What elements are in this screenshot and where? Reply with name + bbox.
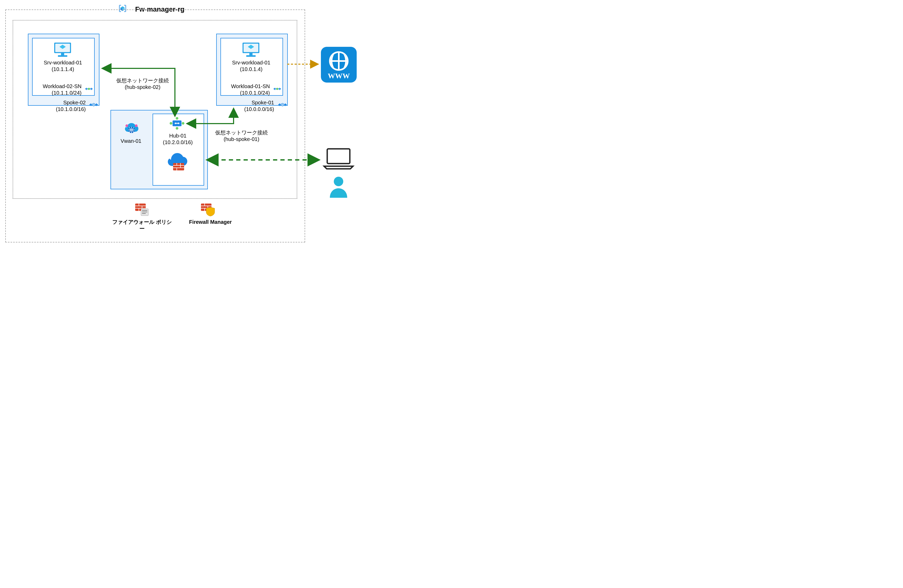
svg-rect-18 [249,53,253,55]
vm-label-spoke-01: Srv-workload-01(10.0.1.4) [220,60,282,72]
svg-marker-21 [279,88,281,90]
svg-point-28 [126,124,128,127]
svg-marker-24 [285,103,287,106]
firewall-in-hub-icon [165,149,189,173]
svg-text:WWW: WWW [328,72,350,80]
svg-rect-37 [173,163,184,170]
svg-point-36 [176,127,178,130]
svg-marker-11 [90,103,91,106]
svg-rect-6 [61,53,64,55]
vm-icon-spoke-02 [53,42,72,59]
hub-icon [169,117,185,132]
subnet-icon-01 [272,86,283,93]
vnet-icon-01 [277,101,288,109]
svg-point-14 [93,104,94,105]
svg-marker-12 [96,103,98,106]
legend-manager-label: Firewall Manager [184,219,237,225]
subnet-label-01: Workload-01-SN(10.0.1.0/24) [211,83,270,96]
svg-point-22 [276,88,278,90]
conn01-label: 仮想ネットワーク接続(hub-spoke-01) [212,129,271,143]
svg-rect-19 [246,55,256,57]
diagram-canvas: Fw-manager-rg Srv-workload-01(10.1.1.4) … [0,0,383,249]
svg-point-33 [170,122,172,125]
vwan-icon [123,119,139,137]
svg-marker-9 [91,88,93,90]
conn02-label: 仮想ネットワーク接続(hub-spoke-02) [113,77,171,90]
vnet-label-02: Spoke-02(10.1.0.0/16) [30,99,86,113]
vm-icon-spoke-01 [241,42,260,59]
svg-marker-8 [85,88,87,90]
svg-marker-23 [278,103,280,106]
svg-marker-20 [274,88,275,90]
www-icon: WWW [320,46,357,84]
svg-point-34 [182,122,184,125]
vnet-label-01: Spoke-01(10.0.0.0/16) [218,99,274,113]
hub-label: Hub-01(10.2.0.0/16) [153,132,203,146]
svg-point-26 [282,104,283,105]
legend-policy-icon [134,203,150,218]
svg-point-42 [334,177,343,186]
svg-rect-7 [58,55,67,57]
vm-label-spoke-02: Srv-workload-01(10.1.1.4) [32,60,94,72]
svg-rect-41 [327,149,350,164]
laptop-icon [321,147,356,172]
subnet-icon-02 [83,86,94,93]
vnet-icon-02 [88,101,99,109]
svg-point-29 [135,124,138,127]
svg-point-35 [176,117,178,119]
svg-point-10 [88,88,90,90]
legend-policy-label: ファイアウォール ポリシー [110,219,174,232]
user-icon [328,176,349,199]
vwan-label: Vwan-01 [113,138,148,145]
subnet-label-02: Workload-02-SN(10.1.1.0/24) [24,83,82,96]
legend-manager-icon [200,203,216,218]
